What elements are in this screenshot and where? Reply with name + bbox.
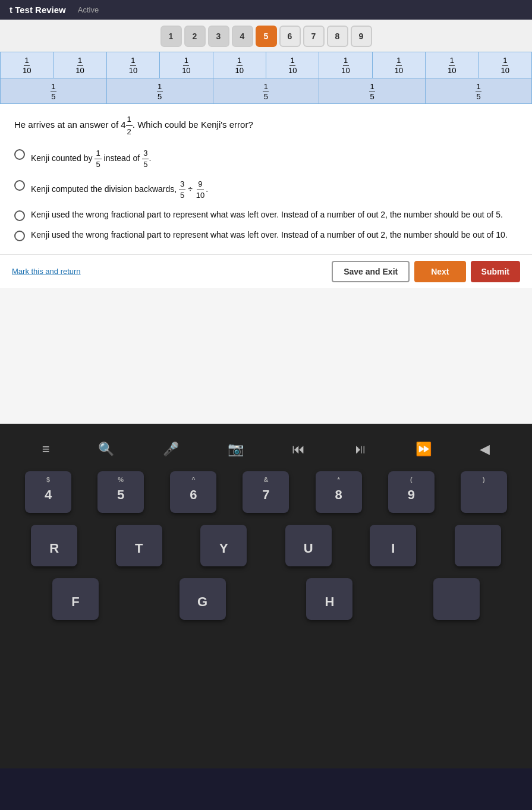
key-4[interactable]: $ 4 xyxy=(25,471,71,513)
key-j[interactable] xyxy=(433,578,480,620)
question-btn-5[interactable]: 5 xyxy=(256,26,277,47)
mark-return-link[interactable]: Mark this and return xyxy=(12,267,81,276)
keyboard-fgh-row: F G H xyxy=(12,578,520,620)
bottom-buttons: Save and Exit Next Submit xyxy=(332,261,520,282)
back-icon[interactable]: ◀ xyxy=(480,442,490,457)
mic-icon[interactable]: 🎤 xyxy=(163,442,179,457)
key-u[interactable]: U xyxy=(285,525,332,566)
content-area: 1 2 3 4 5 6 7 8 9 110 110 110 110 110 11… xyxy=(0,20,532,424)
top-bar: t Test Review Active xyxy=(0,0,532,20)
key-i[interactable]: I xyxy=(370,525,416,566)
keyboard-number-row: $ 4 % 5 ^ 6 & 7 * 8 ( 9 ) xyxy=(12,471,520,513)
frac-1-10-6: 110 xyxy=(288,56,297,75)
top-bar-title: t Test Review xyxy=(10,5,66,15)
fraction-table: 110 110 110 110 110 110 110 110 110 110 … xyxy=(0,52,532,104)
save-exit-button[interactable]: Save and Exit xyxy=(332,261,410,282)
key-y[interactable]: Y xyxy=(200,525,247,566)
search-icon[interactable]: 🔍 xyxy=(98,442,114,457)
frac-1-10-7: 110 xyxy=(341,56,350,75)
camera-icon[interactable]: 📷 xyxy=(228,442,244,457)
bottom-bar: Mark this and return Save and Exit Next … xyxy=(0,254,532,288)
key-9[interactable]: ( 9 xyxy=(388,471,435,513)
question-btn-2[interactable]: 2 xyxy=(184,26,206,47)
frac-1-5-4: 15 xyxy=(369,83,375,102)
key-paren-close[interactable]: ) xyxy=(461,471,507,513)
frac-1-10-2: 110 xyxy=(75,56,84,75)
frac-1-10-4: 110 xyxy=(182,56,190,75)
question-nav: 1 2 3 4 5 6 7 8 9 xyxy=(0,20,532,52)
submit-button[interactable]: Submit xyxy=(471,261,520,282)
choice-a[interactable]: Kenji counted by 15 instead of 35. xyxy=(14,148,518,170)
next-button[interactable]: Next xyxy=(414,261,465,282)
frac-1-10-1: 110 xyxy=(23,56,31,75)
choice-d-label: Kenji used the wrong fractional part to … xyxy=(31,229,518,241)
frac-1-5-3: 15 xyxy=(263,83,269,102)
radio-a[interactable] xyxy=(14,149,25,160)
question-btn-8[interactable]: 8 xyxy=(327,26,348,47)
play-pause-icon[interactable]: ⏯ xyxy=(354,442,367,457)
frac-1-5-5: 15 xyxy=(476,83,481,102)
frac-1-10-8: 110 xyxy=(395,56,403,75)
frac-1-10-5: 110 xyxy=(235,56,244,75)
key-f[interactable]: F xyxy=(52,578,99,620)
key-g[interactable]: G xyxy=(180,578,226,620)
choice-b-label: Kenji computed the division backwards, 3… xyxy=(31,179,518,201)
frac-1-10-9: 110 xyxy=(448,56,456,75)
radio-b[interactable] xyxy=(14,180,25,191)
choice-c-label: Kenji used the wrong fractional part to … xyxy=(31,209,518,221)
frac-1-5-1: 15 xyxy=(51,83,56,102)
key-h[interactable]: H xyxy=(306,578,352,620)
radio-d[interactable] xyxy=(14,231,25,241)
frac-1-10-10: 110 xyxy=(501,56,509,75)
menu-icon[interactable]: ≡ xyxy=(42,442,50,457)
key-7[interactable]: & 7 xyxy=(243,471,289,513)
key-r[interactable]: R xyxy=(31,525,77,566)
question-btn-6[interactable]: 6 xyxy=(279,26,301,47)
choice-a-label: Kenji counted by 15 instead of 35. xyxy=(31,148,518,170)
rewind-icon[interactable]: ⏮ xyxy=(292,442,305,457)
frac-1-10-3: 110 xyxy=(129,56,137,75)
top-bar-status: Active xyxy=(78,5,99,14)
question-text: He arrives at an answer of 412. Which co… xyxy=(14,114,518,137)
keyboard-icon-row: ≡ 🔍 🎤 📷 ⏮ ⏯ ⏩ ◀ xyxy=(12,442,520,457)
question-btn-4[interactable]: 4 xyxy=(232,26,253,47)
choice-b[interactable]: Kenji computed the division backwards, 3… xyxy=(14,179,518,201)
radio-c[interactable] xyxy=(14,210,25,221)
key-6[interactable]: ^ 6 xyxy=(170,471,216,513)
keyboard-rtyui-row: R T Y U I xyxy=(12,525,520,566)
key-8[interactable]: * 8 xyxy=(316,471,362,513)
question-btn-1[interactable]: 1 xyxy=(160,26,182,47)
choice-c[interactable]: Kenji used the wrong fractional part to … xyxy=(14,209,518,221)
fraction-table-container: 110 110 110 110 110 110 110 110 110 110 … xyxy=(0,52,532,104)
question-btn-3[interactable]: 3 xyxy=(208,26,229,47)
question-btn-7[interactable]: 7 xyxy=(303,26,325,47)
key-o[interactable] xyxy=(455,525,501,566)
question-btn-9[interactable]: 9 xyxy=(351,26,372,47)
key-5[interactable]: % 5 xyxy=(97,471,144,513)
frac-1-5-2: 15 xyxy=(157,83,163,102)
fastforward-icon[interactable]: ⏩ xyxy=(415,442,432,457)
key-t[interactable]: T xyxy=(116,525,162,566)
keyboard-area: ≡ 🔍 🎤 📷 ⏮ ⏯ ⏩ ◀ $ 4 % 5 ^ 6 & 7 * 8 ( xyxy=(0,424,532,768)
question-section: He arrives at an answer of 412. Which co… xyxy=(0,104,532,254)
choice-d[interactable]: Kenji used the wrong fractional part to … xyxy=(14,229,518,241)
